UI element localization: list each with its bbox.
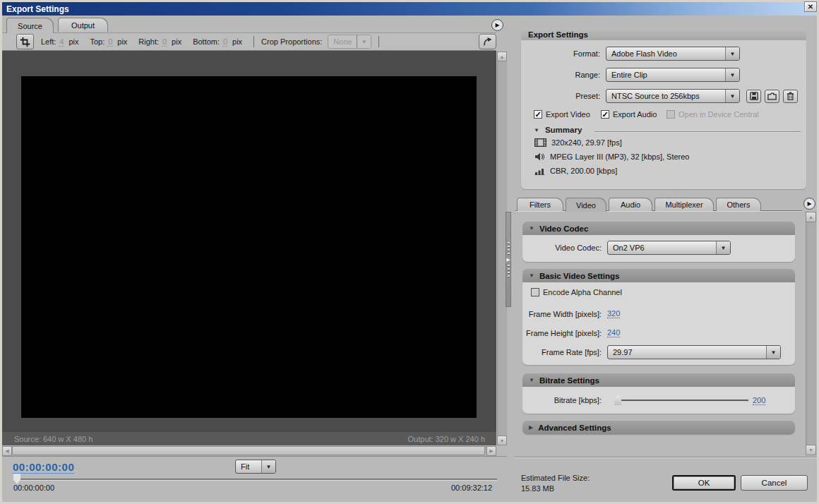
frame-width-row: Frame Width [pixels]: 320 [522,309,620,318]
settings-scroll-up-button[interactable]: ▲ [806,212,816,222]
preview-hscrollbar[interactable] [2,446,496,456]
advanced-settings-header[interactable]: ▶ Advanced Settings [522,421,795,434]
device-central-label: Open in Device Central [678,110,759,119]
bitrate-header[interactable]: ▼ Bitrate Settings [522,373,795,387]
summary-video-item: 320x240, 29.97 [fps] [534,138,622,147]
bitrate-value[interactable]: 200 [753,396,765,405]
frame-rate-dropdown[interactable]: 29.97 ▼ [607,345,781,359]
playhead-handle[interactable] [13,474,21,484]
frame-height-value[interactable]: 240 [607,328,620,337]
range-value: Entire Clip [606,71,725,79]
view-zoom-dropdown[interactable]: Fit ▼ [235,460,276,474]
crop-proportions-dropdown: None ▼ [328,35,371,49]
close-button[interactable]: ✕ [804,1,817,12]
range-label: Range: [521,71,606,79]
bitrate-title: Bitrate Settings [539,376,599,385]
preview-scroll-right-button[interactable]: ▶ [486,446,496,456]
panel-splitter[interactable]: ▶ [506,212,511,307]
preview-scroll-up-button[interactable]: ▲ [497,52,507,61]
settings-panel-menu-button[interactable]: ▶ [803,198,815,210]
grip-dot [508,249,510,251]
summary-collapse-icon: ▼ [534,127,539,133]
frame-width-value[interactable]: 320 [607,309,620,318]
save-preset-button[interactable] [746,90,761,103]
speaker-icon [534,152,545,161]
crop-icon [20,37,30,47]
tab-video-label: Video [576,201,596,210]
title-bar[interactable]: Export Settings [2,2,817,16]
crop-right-value[interactable]: 0 [162,37,167,47]
current-timecode[interactable]: 00:00:00:00 [13,461,74,474]
settings-scroll-down-button[interactable]: ▼ [806,445,816,455]
check-icon: ✓ [602,111,608,118]
crop-top-value[interactable]: 0 [107,37,113,47]
grip-dot [508,272,510,273]
crop-left-value[interactable]: 4 [59,37,64,47]
summary-toggle[interactable]: ▼ Summary [534,126,582,134]
preview-scroll-left-button[interactable]: ◀ [2,446,12,456]
tab-source[interactable]: Source [6,18,54,33]
format-value: Adobe Flash Video [606,49,725,58]
video-frame-icon [534,138,546,147]
preset-dropdown[interactable]: NTSC Source to 256kbps ▼ [606,89,740,103]
splitter-arrow-icon: ▶ [506,257,510,263]
dropdown-arrow-icon: ▼ [357,35,371,48]
tab-output[interactable]: Output [58,18,108,32]
grip-dot [508,242,510,244]
checkbox-box[interactable]: ✓ [534,110,542,119]
tab-multiplexer[interactable]: Multiplexer [654,198,714,211]
summary-video-text: 320x240, 29.97 [fps] [551,138,622,147]
export-audio-checkbox[interactable]: ✓ Export Audio [601,110,657,119]
import-preset-button[interactable] [765,90,779,103]
scroll-left-icon: ◀ [5,448,8,454]
scroll-right-icon: ▶ [489,448,493,454]
checkbox-box[interactable] [531,288,539,296]
export-video-label: Export Video [546,110,590,119]
source-dimensions: Source: 640 w X 480 h [14,435,92,443]
crop-right-unit: pix [172,37,181,46]
tab-video[interactable]: Video [566,198,606,212]
video-codec-dropdown[interactable]: On2 VP6 ▼ [607,241,731,255]
crop-top-unit: pix [117,37,127,46]
toolbar-separator-2 [378,36,379,47]
scroll-up-icon: ▲ [500,54,505,59]
tab-filters[interactable]: Filters [517,198,563,211]
frame-height-row: Frame Height [pixels]: 240 [522,328,620,337]
basic-video-header[interactable]: ▼ Basic Video Settings [522,269,795,282]
cancel-button[interactable]: Cancel [741,475,808,491]
bitrate-slider-track[interactable] [614,400,748,402]
view-zoom-value: Fit [236,462,261,471]
tab-others[interactable]: Others [716,198,761,211]
video-codec-header[interactable]: ▼ Video Codec [522,222,795,235]
timeline-track[interactable] [13,479,497,481]
crop-bottom-label: Bottom: [193,37,220,46]
tab-others-label: Others [727,200,750,209]
grip-dot [508,253,510,254]
export-settings-shortcut-button[interactable] [479,34,496,49]
crop-toolbar: Left: 4 pix Top: 0 pix Right: 0 pix Bott… [2,32,496,51]
video-preview[interactable] [21,76,477,418]
crop-button[interactable] [16,34,34,49]
summary-audio-text: MPEG Layer III (MP3), 32 [kbps], Stereo [550,152,689,161]
frame-height-label: Frame Height [pixels]: [522,329,607,337]
tab-source-label: Source [18,22,42,30]
format-dropdown[interactable]: Adobe Flash Video ▼ [606,47,740,61]
export-video-checkbox[interactable]: ✓ Export Video [534,110,590,119]
settings-vscrollbar[interactable] [806,212,816,455]
source-panel-menu-button[interactable]: ▶ [491,19,503,31]
encode-alpha-checkbox[interactable]: Encode Alpha Channel [531,288,622,296]
delete-preset-button[interactable] [783,90,798,103]
timeline-start-time: 00:00:00:00 [13,484,54,492]
ok-button-label: OK [698,479,710,487]
crop-bottom-value[interactable]: 0 [222,37,228,47]
ok-button[interactable]: OK [672,475,736,491]
hscroll-thumb[interactable] [12,446,485,455]
tab-audio[interactable]: Audio [609,198,652,211]
scroll-down-icon: ▼ [500,438,505,443]
range-dropdown[interactable]: Entire Clip ▼ [606,68,740,82]
scroll-down-icon: ▼ [808,448,813,452]
checkbox-box[interactable]: ✓ [601,110,609,119]
preview-scroll-down-button[interactable]: ▼ [497,436,507,445]
grip-dot [508,275,510,277]
crop-right-label: Right: [138,37,159,46]
